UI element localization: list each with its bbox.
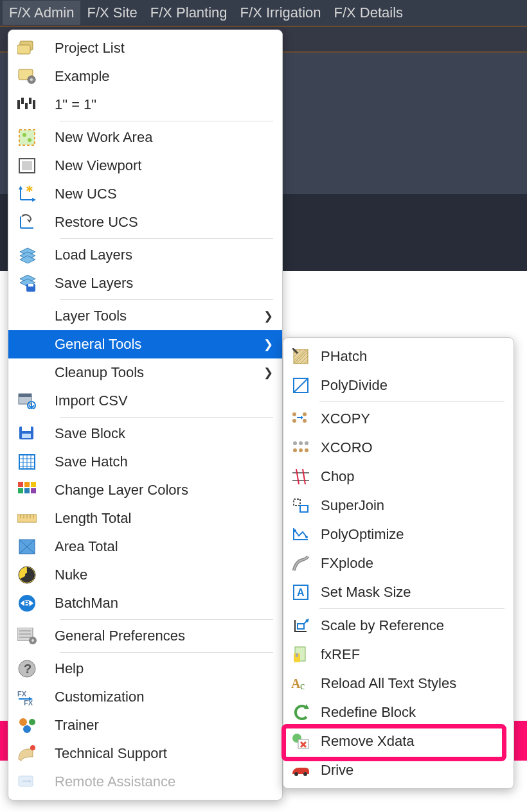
svg-rect-34 — [24, 482, 30, 487]
svg-point-71 — [305, 448, 308, 452]
menu-new-viewport[interactable]: New Viewport — [8, 152, 282, 180]
menu-layer-tools[interactable]: Layer Tools ❯ — [8, 302, 282, 330]
svg-point-75 — [305, 536, 308, 538]
menu-nuke[interactable]: Nuke — [8, 561, 282, 589]
svg-marker-65 — [301, 416, 303, 419]
nuke-icon — [15, 565, 39, 585]
menu-save-hatch[interactable]: Save Hatch — [8, 448, 282, 476]
submenu-fxref[interactable]: fxREF — [283, 640, 514, 669]
menubar-fx-details[interactable]: F/X Details — [328, 1, 410, 25]
svg-point-70 — [299, 448, 303, 452]
menu-separator — [319, 608, 505, 609]
menu-import-csv[interactable]: Import CSV — [8, 387, 282, 415]
svg-text:FX: FX — [17, 690, 27, 698]
menu-label: New Viewport — [55, 157, 273, 174]
menubar-fx-planting[interactable]: F/X Planting — [144, 1, 234, 25]
menu-trainer[interactable]: Trainer — [8, 711, 282, 739]
svg-point-61 — [292, 412, 296, 416]
svg-text:✱: ✱ — [26, 186, 33, 194]
submenu-redefine-block[interactable]: Redefine Block — [283, 698, 514, 727]
submenu-chop[interactable]: Chop — [283, 462, 514, 491]
submenu-polydivide[interactable]: PolyDivide — [283, 371, 514, 400]
polyopt-icon — [290, 524, 312, 545]
menubar-fx-irrigation[interactable]: F/X Irrigation — [234, 1, 328, 25]
menu-label: PHatch — [321, 348, 505, 365]
submenu-remove-xdata[interactable]: Remove Xdata — [283, 727, 514, 755]
svg-point-56 — [30, 745, 35, 750]
svg-rect-1 — [17, 45, 30, 54]
new-ucs-icon: ✱ — [15, 184, 39, 204]
menu-label: Cleanup Tools — [55, 364, 264, 381]
chevron-right-icon: ❯ — [264, 337, 273, 351]
submenu-xcopy[interactable]: XCOPY — [283, 404, 514, 433]
folders-icon — [15, 38, 39, 58]
menubar-fx-admin[interactable]: F/X Admin — [3, 1, 80, 25]
menu-scale[interactable]: 1" = 1" — [8, 91, 282, 119]
menu-separator — [60, 417, 273, 418]
menu-general-tools[interactable]: General Tools ❯ — [8, 330, 282, 358]
menu-help[interactable]: ? Help — [8, 655, 282, 683]
restore-ucs-icon — [15, 212, 39, 233]
menu-new-ucs[interactable]: ✱ New UCS — [8, 180, 282, 208]
svg-rect-72 — [294, 499, 300, 506]
submenu-fxplode[interactable]: FXplode — [283, 549, 514, 578]
svg-text:?: ? — [24, 662, 31, 676]
menu-label: Chop — [321, 468, 505, 485]
menu-label: Remove Xdata — [321, 733, 505, 750]
svg-point-47 — [31, 639, 34, 642]
blank-icon — [15, 334, 39, 355]
submenu-xcoro[interactable]: XCORO — [283, 433, 514, 462]
submenu-drive[interactable]: Drive — [283, 755, 514, 784]
menu-separator — [60, 238, 273, 239]
menu-label: PolyDivide — [321, 377, 505, 394]
prefs-icon — [15, 626, 39, 646]
svg-rect-6 — [21, 98, 24, 104]
menu-project-list[interactable]: Project List — [8, 34, 282, 62]
folder-gear-icon — [15, 66, 39, 87]
submenu-superjoin[interactable]: SuperJoin — [283, 491, 514, 520]
menu-technical-support[interactable]: Technical Support — [8, 739, 282, 768]
menu-label: Customization — [55, 689, 273, 705]
menu-label: Trainer — [55, 717, 273, 734]
menu-save-block[interactable]: Save Block — [8, 419, 282, 448]
menu-cleanup-tools[interactable]: Cleanup Tools ❯ — [8, 358, 282, 387]
menu-label: XCORO — [321, 439, 505, 456]
dropdown-general-tools: PHatch PolyDivide XCOPY XCORO Chop Super… — [283, 337, 514, 789]
submenu-scale-by-reference[interactable]: Scale by Reference — [283, 611, 514, 640]
menu-change-layer-colors[interactable]: Change Layer Colors — [8, 476, 282, 504]
svg-point-12 — [28, 138, 31, 142]
menu-general-preferences[interactable]: General Preferences — [8, 622, 282, 650]
svg-rect-8 — [29, 98, 31, 104]
svg-rect-25 — [28, 284, 33, 287]
menu-example[interactable]: Example — [8, 62, 282, 91]
menu-label: Remote Assistance — [55, 773, 273, 790]
menu-area-total[interactable]: Area Total — [8, 533, 282, 561]
menu-length-total[interactable]: Length Total — [8, 504, 282, 533]
svg-rect-78 — [298, 624, 304, 629]
menu-restore-ucs[interactable]: Restore UCS — [8, 208, 282, 236]
submenu-reload-text-styles[interactable]: Ac Reload All Text Styles — [283, 669, 514, 698]
svg-rect-30 — [22, 427, 31, 431]
submenu-set-mask-size[interactable]: A Set Mask Size — [283, 578, 514, 606]
menu-label: Project List — [55, 40, 273, 57]
polydivide-icon — [290, 375, 312, 396]
menubar-fx-site[interactable]: F/X Site — [80, 1, 143, 25]
menu-label: 1" = 1" — [55, 96, 273, 113]
menu-save-layers[interactable]: Save Layers — [8, 269, 282, 297]
menu-customization[interactable]: FXFX Customization — [8, 683, 282, 711]
menu-remote-assistance[interactable]: Remote Assistance — [8, 768, 282, 796]
menu-label: Restore UCS — [55, 214, 273, 231]
import-csv-icon — [15, 391, 39, 411]
svg-rect-35 — [31, 482, 36, 487]
svg-text:A: A — [291, 676, 301, 691]
phatch-icon — [290, 346, 312, 367]
menu-new-work-area[interactable]: New Work Area — [8, 123, 282, 152]
menu-batchman[interactable]: B BatchMan — [8, 589, 282, 617]
menu-separator — [60, 619, 273, 620]
svg-text:c: c — [300, 680, 305, 691]
submenu-phatch[interactable]: PHatch — [283, 342, 514, 371]
menu-load-layers[interactable]: Load Layers — [8, 241, 282, 269]
svg-rect-36 — [18, 488, 23, 493]
scale-ref-icon — [290, 615, 312, 636]
submenu-polyoptimize[interactable]: PolyOptimize — [283, 520, 514, 549]
